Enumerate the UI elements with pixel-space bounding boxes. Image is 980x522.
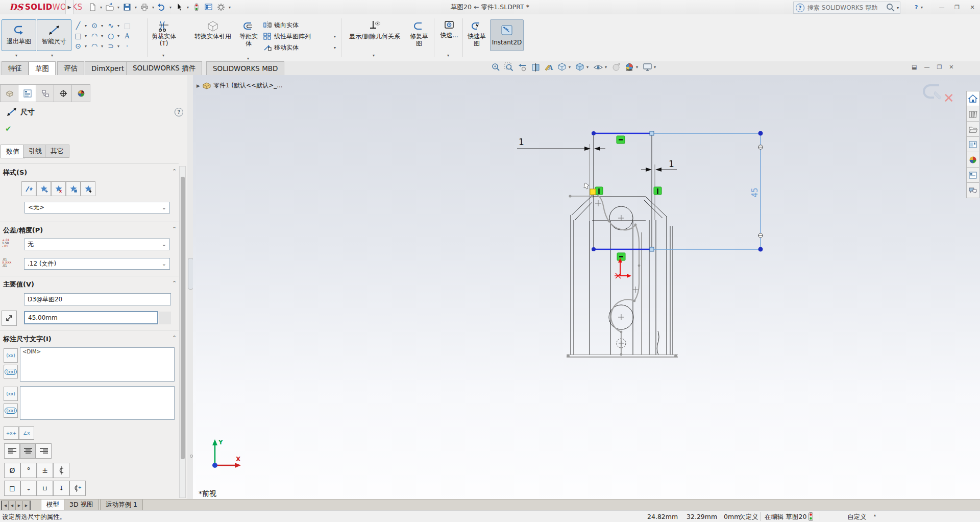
sketch-drawing[interactable]: 1 1 (193, 75, 980, 499)
previous-view-icon[interactable] (518, 62, 527, 72)
collapse-icon[interactable]: ⌃ (172, 168, 177, 175)
dimension-text-box-2[interactable] (20, 386, 175, 420)
apply-default-style-button[interactable] (21, 181, 36, 196)
mirror-entities-button[interactable]: 镜向实体 (263, 19, 337, 31)
dropdown-arrow-icon[interactable]: ▾ (151, 5, 155, 10)
offset-entities-button[interactable]: 等距实 体 (236, 21, 261, 47)
tab-sketch[interactable]: 草图 (29, 61, 56, 76)
slot-curve[interactable] (595, 194, 639, 354)
close-button[interactable]: ✕ (966, 2, 979, 12)
precision-dropdown[interactable]: .12 (文件)⌄ (24, 258, 170, 270)
dropdown-arrow-icon[interactable]: ▾ (51, 53, 53, 58)
dropdown-arrow-icon[interactable]: ▾ (168, 5, 173, 10)
configuration-manager-tab[interactable] (36, 84, 55, 102)
taskpane-design-library-icon[interactable] (966, 106, 979, 122)
fillet-tool-icon[interactable]: ◠ (89, 42, 100, 50)
logo-expand-button[interactable]: ▶ (65, 0, 74, 14)
quick-sketch-button[interactable]: 快速草 图 (464, 21, 489, 47)
confirmation-corner-icon[interactable] (922, 83, 943, 103)
dropdown-arrow-icon[interactable]: ▾ (116, 5, 120, 10)
up-arrow-icon[interactable]: ▴ (874, 513, 876, 517)
zoom-fit-icon[interactable] (491, 62, 501, 72)
new-document-button[interactable] (87, 2, 98, 13)
panel-help-icon[interactable]: ? (173, 108, 185, 116)
custom-toolbar-status[interactable]: 自定义 (847, 513, 867, 521)
rectangle-tool-icon[interactable]: □ (72, 32, 84, 40)
dropdown-arrow-icon[interactable]: ▾ (333, 45, 337, 50)
align-left-button[interactable] (4, 443, 20, 459)
trim-entities-button[interactable]: 剪裁实体(T) (149, 20, 179, 47)
dropdown-arrow-icon[interactable]: ▾ (116, 23, 120, 28)
dropdown-arrow-icon[interactable]: ▾ (84, 44, 88, 49)
help-menu-button[interactable]: ? ▾ (913, 2, 926, 12)
dropdown-arrow-icon[interactable]: ▾ (373, 53, 375, 58)
dropdown-arrow-icon[interactable]: ▾ (653, 65, 657, 69)
apply-scene-icon[interactable]: ▾ (625, 62, 639, 72)
instant2d-button[interactable]: Instant2D (490, 19, 524, 51)
selection-filter-icon[interactable] (191, 2, 202, 13)
tab-3d-views[interactable]: 3D 视图 (64, 500, 99, 511)
collapse-icon[interactable]: ⌃ (172, 335, 177, 341)
restore-button[interactable]: ❐ (950, 2, 964, 12)
dimension-name-field[interactable]: D3@草图20 (24, 293, 171, 305)
square-symbol-button[interactable]: □ (4, 481, 20, 496)
view-orientation-icon[interactable]: ▾ (557, 62, 572, 72)
trim-corner-icon[interactable]: ⊃ (105, 42, 116, 50)
align-center-button[interactable] (20, 443, 36, 459)
dropdown-arrow-icon[interactable]: ▾ (84, 34, 88, 38)
cup-symbol-button[interactable]: ⊔ (37, 481, 53, 496)
tab-evaluate[interactable]: 评估 (57, 61, 84, 75)
view-settings-icon[interactable]: ▾ (643, 62, 657, 72)
taskpane-view-palette-icon[interactable] (966, 137, 979, 152)
tab-other[interactable]: 其它 (45, 145, 69, 158)
dimension-text-box-1[interactable]: <DIM> (20, 347, 175, 382)
vertex-handle[interactable] (592, 131, 596, 135)
diameter-symbol-button[interactable]: Ø (4, 463, 20, 478)
add-parenthesis-button-2[interactable]: (xx) (4, 387, 18, 401)
dock-icon[interactable]: ⬓ (912, 64, 917, 70)
taskpane-custom-properties-icon[interactable] (966, 168, 979, 183)
line-tool-icon[interactable]: ╱ (72, 21, 84, 30)
tolerance-section-header[interactable]: 公差/精度(P) (3, 226, 43, 235)
value-spinner[interactable] (159, 312, 171, 324)
dimension-45[interactable]: 45 (652, 131, 763, 252)
graphics-area[interactable]: ▶ 零件1 (默认<<默认>_... (193, 75, 980, 499)
tab-leaders[interactable]: 引线 (23, 145, 47, 158)
more-symbols-button[interactable]: + (69, 481, 86, 496)
dropdown-arrow-icon[interactable]: ▾ (896, 6, 900, 10)
move-entities-button[interactable]: 移动实体 ▾ (263, 42, 337, 53)
taskpane-file-explorer-icon[interactable] (966, 122, 979, 137)
search-icon[interactable] (886, 3, 896, 13)
taskpane-appearances-icon[interactable] (966, 152, 979, 168)
tab-addins[interactable]: SOLIDWORKS 插件 (126, 61, 202, 75)
tab-motion-study[interactable]: 运动算例 1 (100, 500, 143, 511)
style-section-header[interactable]: 样式(S) (3, 168, 27, 177)
align-right-button[interactable] (36, 443, 52, 459)
link-value-button[interactable] (2, 311, 17, 326)
spline-tool-icon[interactable]: ∿ (105, 21, 116, 30)
dropdown-arrow-icon[interactable]: ▾ (116, 44, 120, 49)
tab-mbd[interactable]: SOLIDWORKS MBD (206, 61, 284, 75)
nav-last-button[interactable]: ▶ (22, 501, 31, 510)
featuremanager-tree-tab[interactable] (0, 84, 19, 102)
dimension-1-right[interactable]: 1 (641, 159, 677, 172)
dropdown-arrow-icon[interactable]: ▾ (162, 53, 164, 58)
nav-next-button[interactable]: ▶ (15, 501, 23, 510)
dropdown-arrow-icon[interactable]: ▾ (333, 34, 337, 39)
dropdown-arrow-icon[interactable]: ▾ (635, 65, 639, 69)
dropdown-arrow-icon[interactable]: ▾ (100, 23, 104, 28)
taskpane-home-icon[interactable] (966, 91, 979, 106)
horizontal-dimension-button[interactable]: +x+ (4, 426, 19, 440)
options-list-icon[interactable] (203, 2, 214, 13)
display-style-icon[interactable]: ▾ (575, 62, 590, 72)
slot-tool-icon[interactable]: ⊙ (72, 42, 84, 50)
centerline-symbol-button[interactable] (53, 463, 69, 478)
dropdown-arrow-icon[interactable]: ▾ (247, 56, 249, 61)
dropdown-arrow-icon[interactable]: ▾ (100, 34, 104, 38)
dropdown-arrow-icon[interactable]: ▾ (99, 5, 103, 10)
sketch-text-icon[interactable]: A (121, 32, 133, 40)
sketch-origin[interactable] (615, 258, 631, 278)
vertex-handle[interactable] (592, 247, 596, 251)
propertymanager-tab[interactable] (18, 84, 37, 102)
tab-dimxpert[interactable]: DimXpert (85, 61, 131, 75)
